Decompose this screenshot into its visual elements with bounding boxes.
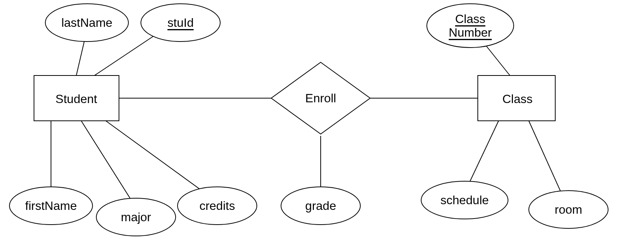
entity-class-label: Class	[502, 92, 533, 106]
attribute-firstname: firstName	[9, 187, 93, 225]
attribute-credits-label: credits	[199, 199, 235, 213]
attribute-grade-label: grade	[305, 199, 336, 213]
relationship-enroll: Enroll	[271, 62, 370, 134]
attribute-classnumber: Class Number	[427, 4, 514, 48]
attribute-firstname-label: firstName	[25, 199, 77, 213]
svg-line-3	[81, 121, 136, 208]
attribute-lastname: lastName	[45, 4, 128, 42]
attribute-room-label: room	[555, 203, 582, 216]
attribute-schedule-label: schedule	[440, 193, 489, 207]
attribute-classnumber-label-1: Class	[455, 12, 485, 26]
attribute-stuid-label: stuId	[167, 16, 193, 29]
entity-student-label: Student	[56, 92, 97, 106]
attribute-major: major	[96, 198, 176, 236]
entity-class: Class	[478, 76, 555, 121]
attribute-schedule: schedule	[421, 181, 508, 219]
attribute-lastname-label: lastName	[61, 16, 112, 29]
attribute-classnumber-label-2: Number	[449, 26, 492, 39]
attribute-stuid: stuId	[141, 4, 220, 42]
entity-student: Student	[34, 76, 119, 121]
attribute-grade: grade	[281, 187, 360, 225]
attribute-major-label: major	[121, 210, 151, 224]
svg-line-9	[466, 121, 499, 189]
er-diagram: Student lastName stuId firstName major c…	[0, 0, 644, 245]
attribute-credits: credits	[178, 187, 257, 225]
attribute-room: room	[529, 191, 608, 228]
svg-line-10	[529, 121, 563, 196]
relationship-enroll-label: Enroll	[305, 91, 336, 105]
